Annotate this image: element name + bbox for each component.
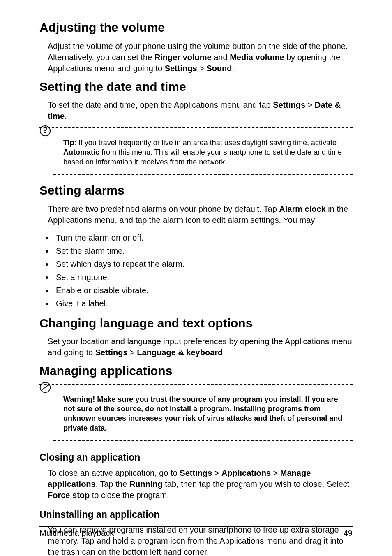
page-footer: Multimedia playback 49 (39, 526, 353, 538)
warning-icon (39, 382, 51, 393)
list-item: Set a ringtone. (53, 271, 353, 283)
para-closing: To close an active application, go to Se… (48, 468, 353, 501)
list-item: Set the alarm time. (53, 245, 353, 257)
tip-callout: Tip: If you travel frequently or live in… (39, 127, 353, 178)
tip-text: Tip: If you travel frequently or live in… (63, 138, 349, 167)
page-root: Adjusting the volume Adjust the volume o… (0, 0, 392, 556)
heading-setting-date-time: Setting the date and time (39, 80, 353, 94)
list-item: Enable or disable vibrate. (53, 284, 353, 297)
tip-top-line (39, 127, 353, 128)
tip-bottom-line (53, 174, 353, 175)
section-date-time-body: To set the date and time, open the Appli… (48, 100, 353, 122)
warning-callout: Warning! Make sure you trust the source … (39, 384, 353, 444)
heading-closing-application: Closing an application (39, 452, 353, 463)
section-closing-body: To close an active application, go to Se… (48, 468, 353, 501)
heading-managing-applications: Managing applications (39, 364, 353, 378)
heading-language-options: Changing language and text options (39, 316, 353, 331)
heading-adjusting-volume: Adjusting the volume (39, 21, 353, 35)
list-item: Turn the alarm on or off. (53, 232, 353, 244)
page-number: 49 (344, 528, 353, 538)
section-adjusting-volume-body: Adjust the volume of your phone using th… (48, 41, 353, 74)
footer-divider (39, 526, 353, 527)
para-language: Set your location and language input pre… (48, 336, 353, 358)
section-language-body: Set your location and language input pre… (48, 336, 353, 358)
heading-uninstalling-application: Uninstalling an application (39, 509, 353, 521)
svg-point-0 (40, 126, 51, 136)
para-date-time: To set the date and time, open the Appli… (48, 100, 353, 122)
section-alarms-body: There are two predefined alarms on your … (48, 204, 353, 310)
footer-title: Multimedia playback (39, 528, 114, 538)
warning-text: Warning! Make sure you trust the source … (63, 395, 349, 433)
para-alarms-intro: There are two predefined alarms on your … (48, 204, 353, 226)
lightbulb-icon (39, 125, 51, 137)
warn-top-line (39, 384, 353, 385)
list-item: Set which days to repeat the alarm. (53, 258, 353, 270)
svg-rect-1 (44, 132, 46, 133)
heading-setting-alarms: Setting alarms (39, 183, 353, 198)
list-item: Give it a label. (53, 297, 353, 310)
para-adjusting-volume: Adjust the volume of your phone using th… (48, 41, 353, 74)
alarm-bullet-list: Turn the alarm on or off. Set the alarm … (48, 232, 353, 310)
warn-bottom-line (53, 440, 353, 441)
